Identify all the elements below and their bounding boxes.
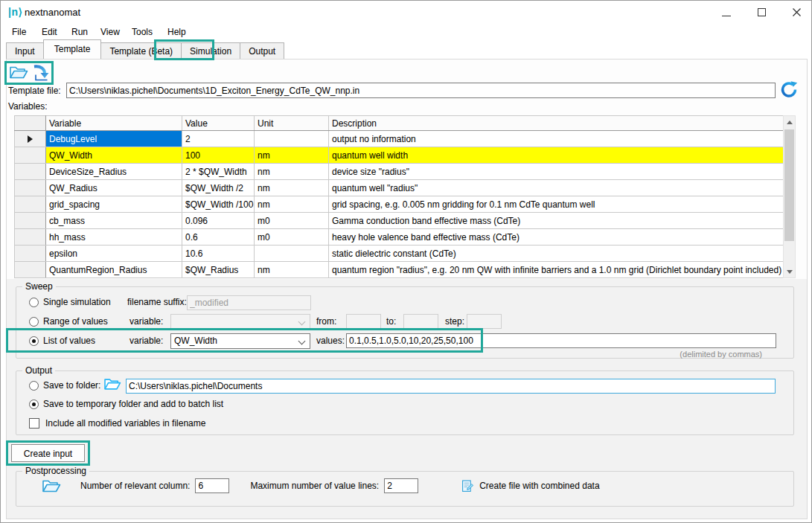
- cell-variable[interactable]: QW_Radius: [46, 180, 182, 196]
- cell-variable[interactable]: QW_Width: [46, 147, 182, 164]
- range-to-input[interactable]: [403, 314, 438, 329]
- table-row: DebugLevel2output no information: [15, 131, 784, 147]
- save-temp-folder-radio[interactable]: [29, 400, 39, 409]
- scroll-down-icon[interactable]: [784, 266, 795, 277]
- cell-variable[interactable]: DebugLevel: [46, 131, 182, 147]
- relevant-column-input[interactable]: [195, 478, 229, 493]
- cell-unit[interactable]: nm: [255, 262, 329, 278]
- cell-description[interactable]: heavy hole valence band effective mass (…: [329, 229, 784, 246]
- cell-description[interactable]: grid spacing, e.g. 0.005 nm gridding for…: [329, 196, 784, 213]
- cell-variable[interactable]: hh_mass: [46, 229, 182, 246]
- cell-value[interactable]: 2 * $QW_Width: [182, 164, 255, 180]
- row-selector[interactable]: [15, 213, 46, 229]
- cell-unit[interactable]: [255, 246, 329, 262]
- menu-run[interactable]: Run: [71, 27, 88, 37]
- save-to-folder-radio[interactable]: [29, 381, 39, 391]
- cell-value[interactable]: 100: [182, 147, 255, 164]
- variables-label: Variables:: [8, 101, 47, 112]
- range-step-input[interactable]: [467, 314, 502, 329]
- row-selector[interactable]: [15, 262, 46, 278]
- row-selector[interactable]: [15, 131, 46, 147]
- template-file-input[interactable]: [66, 83, 776, 98]
- cell-value[interactable]: $QW_Width /2: [182, 180, 255, 196]
- row-selector[interactable]: [15, 196, 46, 213]
- scroll-up-icon[interactable]: [784, 116, 795, 128]
- range-from-label: from:: [316, 316, 336, 327]
- cell-unit[interactable]: [255, 131, 329, 147]
- tab-template-beta[interactable]: Template (Beta): [100, 42, 182, 59]
- list-of-values-radio[interactable]: [29, 336, 39, 346]
- postprocessing-group-title: Postprocessing: [22, 466, 89, 476]
- reload-template-icon[interactable]: [779, 80, 799, 99]
- single-simulation-radio[interactable]: [29, 298, 39, 307]
- cell-unit[interactable]: nm: [255, 164, 329, 180]
- cell-value[interactable]: 2: [182, 131, 255, 147]
- cell-unit[interactable]: m0: [255, 213, 329, 229]
- range-from-input[interactable]: [346, 314, 381, 329]
- value-lines-input[interactable]: [384, 478, 418, 493]
- scrollbar-thumb[interactable]: [784, 129, 794, 241]
- cell-variable[interactable]: grid_spacing: [46, 196, 182, 213]
- cell-description[interactable]: quantum well width: [329, 147, 784, 164]
- list-values-input[interactable]: [346, 333, 776, 348]
- combined-data-file-icon[interactable]: [461, 480, 474, 492]
- row-selector[interactable]: [15, 229, 46, 246]
- row-selector[interactable]: [15, 246, 46, 262]
- col-header-unit[interactable]: Unit: [255, 116, 329, 131]
- row-selector[interactable]: [15, 147, 46, 164]
- range-variable-combobox[interactable]: [170, 314, 310, 330]
- combined-data-label[interactable]: Create file with combined data: [479, 481, 599, 491]
- include-variables-checkbox[interactable]: [29, 418, 39, 429]
- menu-view[interactable]: View: [100, 27, 120, 37]
- cell-value[interactable]: 10.6: [182, 246, 255, 262]
- row-selector[interactable]: [15, 164, 46, 180]
- list-variable-combobox[interactable]: QW_Width: [170, 333, 310, 349]
- row-selector[interactable]: [15, 180, 46, 196]
- open-template-icon[interactable]: [9, 64, 28, 81]
- cell-unit[interactable]: nm: [255, 180, 329, 196]
- cell-variable[interactable]: DeviceSize_Radius: [46, 164, 182, 180]
- close-icon[interactable]: [792, 7, 802, 17]
- cell-description[interactable]: output no information: [329, 131, 784, 147]
- cell-description[interactable]: quantum well "radius": [329, 180, 784, 196]
- menu-edit[interactable]: Edit: [42, 27, 57, 37]
- row-selector-header: [15, 116, 46, 131]
- minimize-icon[interactable]: [722, 16, 731, 16]
- cell-unit[interactable]: nm: [255, 147, 329, 164]
- maximize-icon[interactable]: [758, 8, 766, 16]
- cell-value[interactable]: 0.6: [182, 229, 255, 246]
- tab-template[interactable]: Template: [43, 39, 102, 59]
- range-variable-label: variable:: [130, 316, 163, 327]
- cell-unit[interactable]: nm: [255, 196, 329, 213]
- tab-simulation[interactable]: Simulation: [181, 42, 240, 59]
- cell-value[interactable]: $QW_Radius: [182, 262, 255, 278]
- load-template-icon[interactable]: [32, 64, 51, 82]
- range-of-values-radio[interactable]: [29, 317, 39, 327]
- col-header-description[interactable]: Description: [329, 116, 784, 131]
- postprocessing-folder-icon[interactable]: [42, 478, 61, 494]
- cell-description[interactable]: device size "radius": [329, 164, 784, 180]
- cell-description[interactable]: static dielectric constant (CdTe): [329, 246, 784, 262]
- filename-suffix-input[interactable]: [187, 295, 311, 310]
- cell-description[interactable]: quantum region "radius", e.g. 20 nm QW w…: [329, 262, 784, 278]
- browse-folder-icon[interactable]: [103, 376, 121, 391]
- cell-variable[interactable]: epsilon: [46, 246, 182, 262]
- cell-variable[interactable]: cb_mass: [46, 213, 182, 229]
- cell-value[interactable]: 0.096: [182, 213, 255, 229]
- menu-help[interactable]: Help: [167, 27, 186, 37]
- cell-unit[interactable]: m0: [255, 229, 329, 246]
- table-row: cb_mass0.096m0Gamma conduction band effe…: [15, 213, 784, 229]
- tab-input[interactable]: Input: [6, 42, 44, 59]
- cell-description[interactable]: Gamma conduction band effective mass (Cd…: [329, 213, 784, 229]
- cell-variable[interactable]: QuantumRegion_Radius: [46, 262, 182, 278]
- table-scrollbar[interactable]: [783, 115, 796, 278]
- output-folder-input[interactable]: [126, 379, 776, 394]
- col-header-value[interactable]: Value: [182, 116, 255, 131]
- cell-value[interactable]: $QW_Width /100: [182, 196, 255, 213]
- tab-output[interactable]: Output: [240, 42, 284, 59]
- template-file-label: Template file:: [8, 86, 61, 96]
- menu-tools[interactable]: Tools: [132, 27, 153, 37]
- col-header-variable[interactable]: Variable: [46, 116, 182, 131]
- menu-file[interactable]: File: [12, 27, 26, 37]
- create-input-files-button[interactable]: Create input files: [11, 444, 85, 462]
